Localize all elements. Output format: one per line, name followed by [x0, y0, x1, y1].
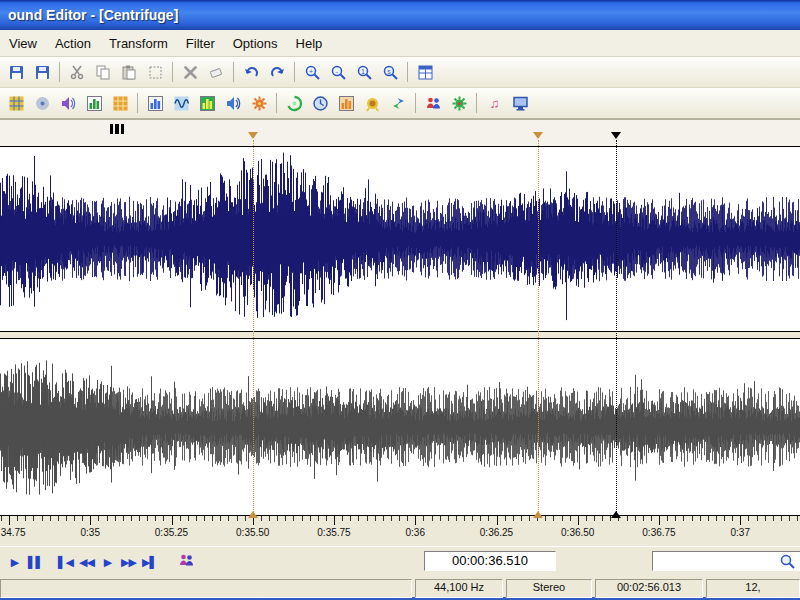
time-display-icon[interactable]: [308, 91, 332, 115]
menu-action[interactable]: Action: [46, 32, 100, 55]
fast-forward-button[interactable]: ▶▶: [119, 551, 138, 573]
ruler-tick: [635, 516, 636, 521]
menu-transform[interactable]: Transform: [100, 32, 177, 55]
menu-help[interactable]: Help: [287, 32, 332, 55]
ruler-tick: [505, 516, 506, 521]
save-button[interactable]: [4, 60, 28, 84]
erase-button[interactable]: [204, 60, 228, 84]
status-bar: 44,100 HzStereo00:02:56.01312,: [0, 577, 800, 597]
cd-drive-icon[interactable]: [30, 91, 54, 115]
waveform-view-icon[interactable]: [169, 91, 193, 115]
menu-filter[interactable]: Filter: [177, 32, 224, 55]
ruler-tick: [692, 516, 693, 521]
award-icon[interactable]: [360, 91, 384, 115]
cut-button[interactable]: [65, 60, 89, 84]
rewind-button[interactable]: ◀◀: [77, 551, 96, 573]
menu-options[interactable]: Options: [224, 32, 287, 55]
ruler-tick: [537, 516, 538, 521]
pause-button[interactable]: ▌▌: [26, 551, 45, 573]
statistics-icon[interactable]: [143, 91, 167, 115]
svg-text:s: s: [387, 67, 391, 74]
trim-button[interactable]: [143, 60, 167, 84]
toolbar-separator: [476, 93, 477, 113]
volume-icon[interactable]: [221, 91, 245, 115]
ruler-tick: [334, 516, 335, 525]
ruler-tick: [139, 516, 140, 521]
ruler-tick: [277, 516, 278, 521]
ruler-tick: [773, 516, 774, 521]
audio-device-icon[interactable]: [56, 91, 80, 115]
skip-start-button[interactable]: ▌◀: [56, 551, 75, 573]
right-channel-waveform[interactable]: [0, 338, 800, 516]
ruler-label: 0:35.25: [155, 527, 188, 538]
ruler-tick: [375, 516, 376, 521]
save-as-button[interactable]: [30, 60, 54, 84]
ruler-tick: [659, 516, 660, 525]
toolbar-separator: [276, 93, 277, 113]
ruler-tick: [618, 516, 619, 521]
ruler-tick: [90, 516, 91, 525]
users-icon[interactable]: [421, 91, 445, 115]
delete-button[interactable]: [178, 60, 202, 84]
ruler-tick: [269, 516, 270, 521]
ruler-tick: [237, 516, 238, 521]
left-channel-waveform[interactable]: [0, 146, 800, 332]
ruler-tick: [456, 516, 457, 521]
status-message: [0, 579, 412, 598]
ruler-tick: [740, 516, 741, 525]
zoom-out-button[interactable]: -: [326, 60, 350, 84]
menu-view[interactable]: View: [0, 32, 46, 55]
music-notes-icon[interactable]: ♫: [482, 91, 506, 115]
waveform-area: [0, 146, 800, 516]
display-icon[interactable]: [508, 91, 532, 115]
timeline-ruler[interactable]: 0:34.750:350:35.250:35.500:35.750:360:36…: [0, 516, 800, 546]
copy-button[interactable]: [91, 60, 115, 84]
ruler-tick: [245, 516, 246, 521]
title-bar[interactable]: ound Editor - [Centrifuge]: [0, 0, 800, 30]
settings-icon[interactable]: [447, 91, 471, 115]
record-control-button[interactable]: [174, 550, 198, 574]
ruler-label: 0:36.75: [642, 527, 675, 538]
channel-mixer-icon[interactable]: [247, 91, 271, 115]
transfer-icon[interactable]: [386, 91, 410, 115]
ruler-tick: [358, 516, 359, 521]
ruler-tick: [188, 516, 189, 521]
play-button[interactable]: ▶: [5, 551, 24, 573]
sample-rate: 44,100 Hz: [415, 579, 503, 598]
ruler-tick: [667, 516, 668, 521]
ruler-tick: [9, 516, 10, 525]
toolbar-separator: [415, 93, 416, 113]
zoom-in-button[interactable]: +: [300, 60, 324, 84]
paste-button[interactable]: [117, 60, 141, 84]
spectrum-icon[interactable]: [108, 91, 132, 115]
zoom-full-button[interactable]: 1: [352, 60, 376, 84]
ruler-tick: [131, 516, 132, 521]
main-toolbar: +-1s: [0, 57, 800, 88]
undo-button[interactable]: [239, 60, 263, 84]
frequency-analysis-icon[interactable]: [82, 91, 106, 115]
ruler-tick: [423, 516, 424, 521]
ruler-tick: [440, 516, 441, 521]
redo-button[interactable]: [265, 60, 289, 84]
effects-icon[interactable]: [282, 91, 306, 115]
ruler-tick: [781, 516, 782, 521]
ruler-tick: [432, 516, 433, 521]
ruler-tick: [172, 516, 173, 525]
skip-end-button[interactable]: ▶▌: [140, 551, 159, 573]
forward-button[interactable]: ▶: [98, 551, 117, 573]
ruler-tick: [180, 516, 181, 521]
marker-strip[interactable]: [0, 119, 800, 146]
ruler-tick: [586, 516, 587, 521]
record-mixer-icon[interactable]: [4, 91, 28, 115]
position-display: 00:00:36.510: [424, 551, 556, 571]
ruler-label: 0:35.50: [236, 527, 269, 538]
ruler-label: 0:36.25: [480, 527, 513, 538]
zoom-selection-button[interactable]: s: [378, 60, 402, 84]
selection-zoom-icon[interactable]: [779, 553, 796, 570]
equalizer-icon[interactable]: [195, 91, 219, 115]
file-info-button[interactable]: [413, 60, 437, 84]
chart-icon[interactable]: [334, 91, 358, 115]
ruler-tick: [228, 516, 229, 521]
ruler-label: 0:36: [406, 527, 425, 538]
svg-text:1: 1: [361, 67, 365, 74]
